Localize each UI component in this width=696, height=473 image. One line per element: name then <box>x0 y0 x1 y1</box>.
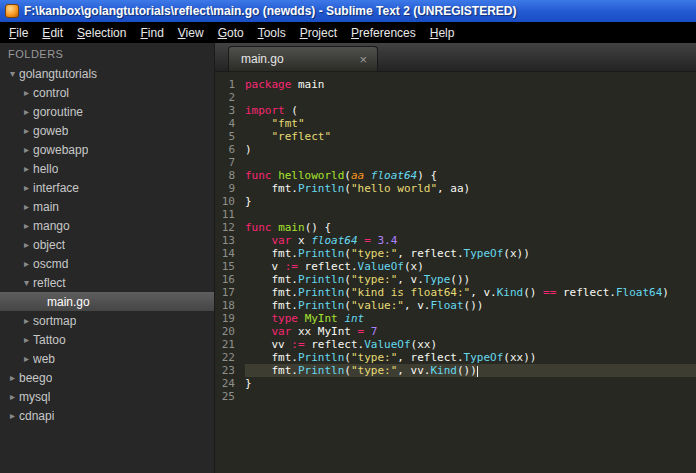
code-line[interactable]: 21 vv := reflect.ValueOf(xx) <box>215 338 696 351</box>
disclosure-triangle-icon[interactable]: ▸ <box>20 163 33 174</box>
tree-item-goroutine[interactable]: ▸goroutine <box>0 102 214 121</box>
disclosure-triangle-icon[interactable]: ▸ <box>20 334 33 345</box>
code-token: (xx)) <box>503 351 536 364</box>
code-line[interactable]: 1package main <box>215 78 696 91</box>
code-line-text: type MyInt int <box>245 312 696 325</box>
disclosure-triangle-icon[interactable]: ▸ <box>20 353 33 364</box>
tree-item-hello[interactable]: ▸hello <box>0 159 214 178</box>
code-line[interactable]: 6) <box>215 143 696 156</box>
title-bar[interactable]: F:\kanbox\golangtutorials\reflect\main.g… <box>0 0 696 22</box>
code-token: ( <box>344 299 351 312</box>
disclosure-triangle-icon[interactable]: ▾ <box>20 277 33 288</box>
code-line[interactable]: 17 fmt.Println("kind is float64:", v.Kin… <box>215 286 696 299</box>
disclosure-triangle-icon[interactable]: ▸ <box>20 144 33 155</box>
code-line[interactable]: 12func main() { <box>215 221 696 234</box>
code-line[interactable]: 16 fmt.Println("type:", v.Type()) <box>215 273 696 286</box>
tree-item-cdnapi[interactable]: ▸cdnapi <box>0 406 214 425</box>
menu-item-view[interactable]: View <box>171 24 211 42</box>
tree-item-beego[interactable]: ▸beego <box>0 368 214 387</box>
code-token: 7 <box>371 325 378 338</box>
code-line[interactable]: 3import ( <box>215 104 696 117</box>
code-token: type <box>272 312 299 325</box>
disclosure-triangle-icon[interactable]: ▸ <box>20 315 33 326</box>
line-number: 8 <box>215 169 245 182</box>
code-line[interactable]: 11 <box>215 208 696 221</box>
code-editor[interactable]: 1package main23import (4 "fmt"5 "reflect… <box>215 72 696 473</box>
code-token <box>245 130 272 143</box>
code-line[interactable]: 13 var x float64 = 3.4 <box>215 234 696 247</box>
code-token: == <box>543 286 556 299</box>
tree-item-gowebapp[interactable]: ▸gowebapp <box>0 140 214 159</box>
code-line[interactable]: 10} <box>215 195 696 208</box>
line-number: 19 <box>215 312 245 325</box>
code-line[interactable]: 5 "reflect" <box>215 130 696 143</box>
code-token <box>245 325 272 338</box>
tree-item-reflect[interactable]: ▾reflect <box>0 273 214 292</box>
code-token: Println <box>298 182 344 195</box>
tree-item-oscmd[interactable]: ▸oscmd <box>0 254 214 273</box>
disclosure-triangle-icon[interactable]: ▾ <box>6 68 19 79</box>
disclosure-triangle-icon[interactable]: ▸ <box>20 87 33 98</box>
code-line[interactable]: 24} <box>215 377 696 390</box>
disclosure-triangle-icon[interactable]: ▸ <box>20 182 33 193</box>
disclosure-triangle-icon[interactable]: ▸ <box>20 106 33 117</box>
code-line[interactable]: 20 var xx MyInt = 7 <box>215 325 696 338</box>
tree-item-label: goroutine <box>33 105 83 119</box>
code-token: ( <box>344 182 351 195</box>
code-line[interactable]: 18 fmt.Println("value:", v.Float()) <box>215 299 696 312</box>
menu-item-project[interactable]: Project <box>293 24 344 42</box>
tree-item-mysql[interactable]: ▸mysql <box>0 387 214 406</box>
menu-item-edit[interactable]: Edit <box>35 24 70 42</box>
tree-item-label: sortmap <box>33 314 76 328</box>
close-icon[interactable]: × <box>359 53 367 66</box>
tree-item-golangtutorials[interactable]: ▾golangtutorials <box>0 64 214 83</box>
code-line-text: fmt.Println("value:", v.Float()) <box>245 299 696 312</box>
code-token: "type:" <box>351 364 397 377</box>
tree-item-object[interactable]: ▸object <box>0 235 214 254</box>
menu-item-file[interactable]: File <box>2 24 35 42</box>
code-token: ( <box>344 273 351 286</box>
code-line[interactable]: 14 fmt.Println("type:", reflect.TypeOf(x… <box>215 247 696 260</box>
menu-item-selection[interactable]: Selection <box>70 24 133 42</box>
code-token <box>298 312 305 325</box>
tree-item-interface[interactable]: ▸interface <box>0 178 214 197</box>
tab-main-go[interactable]: main.go × <box>228 46 378 71</box>
disclosure-triangle-icon[interactable]: ▸ <box>6 410 19 421</box>
menu-item-help[interactable]: Help <box>423 24 462 42</box>
code-line[interactable]: 15 v := reflect.ValueOf(x) <box>215 260 696 273</box>
code-token: "type:" <box>351 273 397 286</box>
tree-item-main[interactable]: ▸main <box>0 197 214 216</box>
code-line[interactable]: 8func helloworld(aa float64) { <box>215 169 696 182</box>
sublime-app-icon[interactable] <box>5 4 19 18</box>
disclosure-triangle-icon[interactable]: ▸ <box>20 239 33 250</box>
disclosure-triangle-icon[interactable]: ▸ <box>20 201 33 212</box>
code-token: Float <box>430 299 463 312</box>
menu-item-goto[interactable]: Goto <box>211 24 251 42</box>
code-token: () { <box>305 221 332 234</box>
tree-item-main-go[interactable]: main.go <box>0 292 214 311</box>
tree-item-web[interactable]: ▸web <box>0 349 214 368</box>
code-line[interactable]: 7 <box>215 156 696 169</box>
tree-item-mango[interactable]: ▸mango <box>0 216 214 235</box>
code-line[interactable]: 25 <box>215 390 696 403</box>
menu-item-find[interactable]: Find <box>133 24 170 42</box>
menu-item-tools[interactable]: Tools <box>251 24 293 42</box>
disclosure-triangle-icon[interactable]: ▸ <box>20 125 33 136</box>
code-line[interactable]: 19 type MyInt int <box>215 312 696 325</box>
code-line[interactable]: 23 fmt.Println("type:", vv.Kind()) <box>215 364 696 377</box>
menu-item-preferences[interactable]: Preferences <box>344 24 423 42</box>
disclosure-triangle-icon[interactable]: ▸ <box>6 391 19 402</box>
code-line[interactable]: 4 "fmt" <box>215 117 696 130</box>
code-line[interactable]: 2 <box>215 91 696 104</box>
disclosure-triangle-icon[interactable]: ▸ <box>6 372 19 383</box>
tree-item-sortmap[interactable]: ▸sortmap <box>0 311 214 330</box>
tree-item-control[interactable]: ▸control <box>0 83 214 102</box>
code-line[interactable]: 22 fmt.Println("type:", reflect.TypeOf(x… <box>215 351 696 364</box>
code-token: ( <box>344 169 351 182</box>
code-token: int <box>344 312 364 325</box>
disclosure-triangle-icon[interactable]: ▸ <box>20 258 33 269</box>
code-line[interactable]: 9 fmt.Println("hello world", aa) <box>215 182 696 195</box>
tree-item-goweb[interactable]: ▸goweb <box>0 121 214 140</box>
disclosure-triangle-icon[interactable]: ▸ <box>20 220 33 231</box>
tree-item-tattoo[interactable]: ▸Tattoo <box>0 330 214 349</box>
